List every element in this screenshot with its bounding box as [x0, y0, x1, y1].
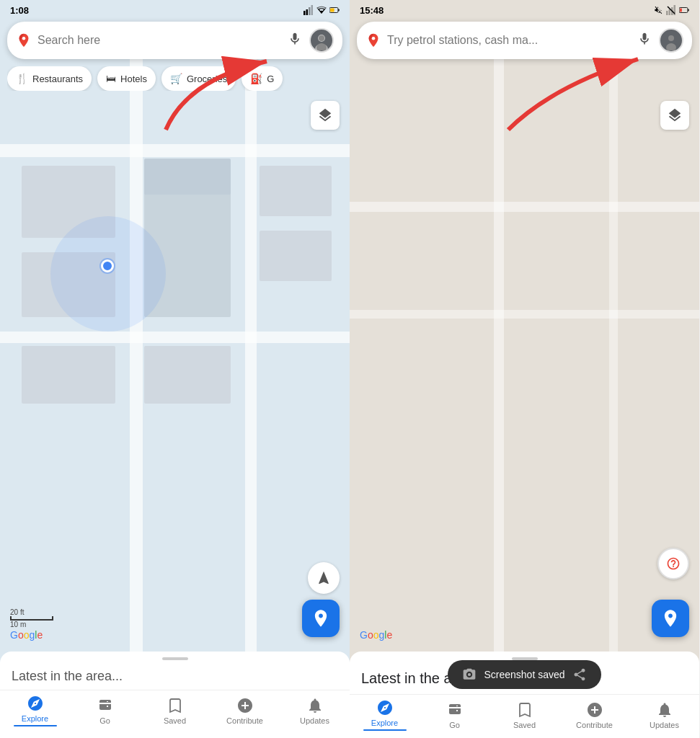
- layer-button-left[interactable]: [311, 101, 340, 130]
- svg-rect-38: [680, 9, 682, 12]
- microphone-svg-left: [288, 32, 302, 46]
- question-button-right[interactable]: [657, 548, 689, 579]
- maps-logo-left: [16, 32, 32, 48]
- signal-icon: [304, 5, 314, 15]
- map-background-right: [350, 0, 699, 738]
- updates-svg-right: [656, 701, 673, 719]
- layer-icon-right: [667, 107, 683, 123]
- svg-rect-8: [22, 346, 115, 404]
- saved-svg-left: [167, 697, 184, 714]
- nav-explore-right[interactable]: Explore: [363, 699, 407, 731]
- mic-icon-right[interactable]: [637, 32, 652, 49]
- svg-rect-16: [311, 5, 314, 15]
- explore-svg-right: [376, 699, 394, 716]
- svg-rect-19: [330, 9, 335, 12]
- svg-rect-3: [245, 58, 257, 706]
- go-icon-left: [97, 697, 114, 714]
- nav-underline-explore-right: [363, 729, 407, 731]
- scale-bar-left: 20 ft 10 m: [10, 608, 53, 628]
- groceries-icon: 🛒: [170, 73, 182, 84]
- svg-rect-2: [130, 58, 143, 706]
- nav-label-contribute-left: Contribute: [226, 716, 263, 725]
- pill-restaurants[interactable]: 🍴 Restaurants: [7, 66, 92, 91]
- search-bar-right[interactable]: Try petrol stations, cash ma...: [357, 22, 692, 59]
- go-svg-right: [446, 701, 464, 719]
- left-phone-panel: 1:08: [0, 0, 350, 738]
- nav-label-go-left: Go: [99, 716, 110, 725]
- updates-icon-left: [306, 697, 324, 714]
- nav-updates-left[interactable]: Updates: [293, 697, 337, 725]
- svg-rect-14: [306, 9, 309, 15]
- pill-label-gas: G: [267, 74, 274, 84]
- direction-icon-right: [660, 608, 681, 628]
- svg-rect-31: [666, 11, 668, 15]
- bottom-nav-right: Explore Go Saved: [350, 694, 699, 738]
- svg-rect-37: [688, 9, 688, 12]
- saved-svg-right: [516, 701, 533, 719]
- svg-point-20: [22, 37, 26, 40]
- pill-groceries[interactable]: 🛒 Groceries: [161, 66, 236, 91]
- nav-label-saved-right: Saved: [513, 721, 536, 729]
- location-button-left[interactable]: [308, 562, 340, 594]
- sheet-handle-left: [162, 657, 188, 660]
- explore-icon-left: [27, 695, 44, 712]
- contribute-svg-left: [236, 697, 254, 714]
- location-dot: [101, 259, 114, 272]
- pill-label-hotels: Hotels: [120, 74, 147, 84]
- svg-rect-11: [260, 231, 332, 281]
- map-svg-right: [350, 58, 699, 706]
- scale-label-m: 10 m: [10, 621, 26, 628]
- right-phone-panel: 15:48: [350, 0, 699, 738]
- go-svg-left: [97, 697, 114, 714]
- compass-icon-left: [316, 570, 332, 586]
- nav-go-left[interactable]: Go: [84, 697, 127, 725]
- layer-button-right[interactable]: [660, 101, 689, 130]
- nav-saved-right[interactable]: Saved: [503, 701, 546, 729]
- go-icon-right: [446, 701, 464, 719]
- question-icon: [666, 556, 681, 571]
- google-logo-left: Google: [10, 629, 43, 641]
- avatar-left[interactable]: [309, 28, 334, 53]
- nav-label-updates-left: Updates: [300, 716, 329, 725]
- mute-icon: [653, 5, 663, 15]
- status-time-left: 1:08: [10, 5, 29, 16]
- restaurants-icon: 🍴: [16, 73, 28, 84]
- direction-fab-right[interactable]: [652, 600, 689, 637]
- g-red: o: [18, 629, 24, 641]
- svg-point-39: [372, 37, 376, 40]
- pill-label-groceries: Groceries: [187, 74, 227, 84]
- svg-point-24: [319, 35, 324, 41]
- svg-point-12: [50, 216, 166, 332]
- g-red-r: o: [368, 629, 373, 641]
- contribute-icon-left: [236, 697, 254, 714]
- svg-point-44: [468, 673, 471, 676]
- contribute-svg-right: [586, 701, 603, 719]
- nav-contribute-right[interactable]: Contribute: [573, 701, 616, 729]
- g-blue-r: G: [360, 629, 368, 641]
- hotels-icon: 🛏: [106, 73, 116, 84]
- nav-contribute-left[interactable]: Contribute: [223, 697, 267, 725]
- nav-saved-left[interactable]: Saved: [154, 697, 197, 725]
- nav-label-go-right: Go: [449, 721, 460, 729]
- avatar-right[interactable]: [659, 28, 683, 53]
- mic-icon-left[interactable]: [288, 32, 302, 49]
- updates-svg-left: [306, 697, 324, 714]
- nav-explore-left[interactable]: Explore: [14, 695, 57, 726]
- wifi-icon: [316, 5, 327, 15]
- screenshot-icon: [462, 667, 477, 682]
- svg-point-41: [668, 35, 674, 41]
- pill-hotels[interactable]: 🛏 Hotels: [97, 66, 156, 91]
- layer-icon-left: [317, 107, 333, 123]
- g-red2: e: [37, 629, 43, 641]
- status-bar-right: 15:48: [350, 0, 699, 20]
- contribute-icon-right: [586, 701, 603, 719]
- nav-label-contribute-right: Contribute: [576, 721, 613, 729]
- search-bar-left[interactable]: Search here: [7, 22, 342, 59]
- svg-rect-0: [0, 144, 350, 157]
- direction-fab-left[interactable]: [302, 600, 340, 637]
- pill-gas[interactable]: ⛽ G: [242, 66, 283, 91]
- battery-icon: [329, 5, 340, 15]
- nav-updates-right[interactable]: Updates: [643, 701, 686, 729]
- maps-logo-right: [365, 32, 381, 48]
- nav-go-right[interactable]: Go: [433, 701, 477, 729]
